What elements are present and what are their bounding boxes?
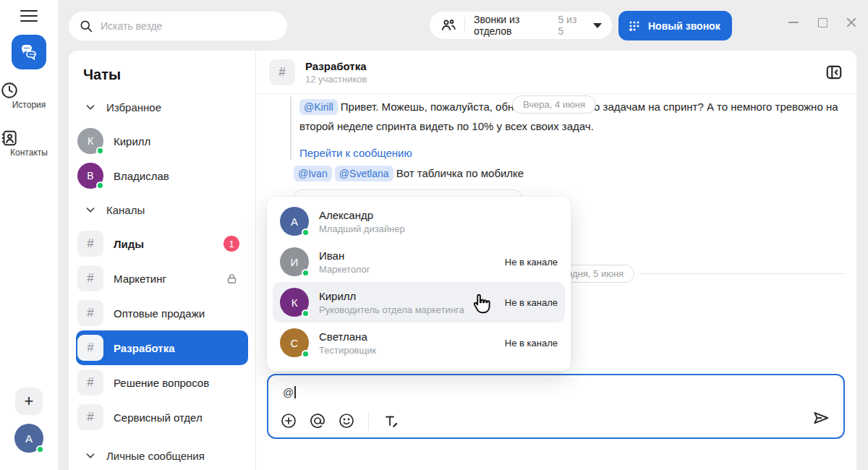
calls-dropdown-label: Звонки из отделов [474, 14, 558, 37]
mention-option-svetlana[interactable]: С Светлана Тестировщик Не в канале [273, 322, 565, 363]
chat-members-count: 12 участников [305, 74, 367, 85]
window-controls [788, 17, 856, 27]
collapse-panel-icon[interactable] [825, 63, 843, 82]
avatar-initial: A [25, 432, 33, 445]
plus-icon: + [25, 392, 34, 411]
unread-badge: 1 [224, 236, 239, 252]
user-avatar[interactable]: A [14, 424, 43, 453]
list-item-vladislav[interactable]: В Владислав [69, 158, 255, 193]
mention-chip[interactable]: @Kirill [299, 99, 338, 115]
hash-icon: # [77, 265, 103, 291]
chevron-down-icon [85, 450, 96, 461]
section-direct-messages[interactable]: Личные сообщения [69, 439, 255, 470]
section-channels[interactable]: Каналы [69, 193, 255, 226]
go-to-message-link[interactable]: Перейти к сообщению [299, 147, 412, 159]
message[interactable]: @Ivan @Svetlana Вот табличка по мобилке [294, 163, 524, 183]
composer-text: @ [283, 386, 294, 398]
contacts-book-icon [0, 129, 58, 148]
user-name: Александр [319, 209, 405, 221]
hash-icon: # [77, 300, 103, 326]
lock-icon [226, 273, 238, 285]
channel-name: Маркетинг [114, 273, 166, 285]
chevron-down-icon [85, 101, 96, 113]
attach-icon[interactable] [280, 412, 297, 430]
hash-icon: # [269, 59, 295, 85]
group-call-icon [440, 17, 457, 34]
divider [464, 17, 465, 33]
text-format-icon[interactable] [382, 412, 399, 430]
channel-name: Сервисный отдел [114, 411, 203, 424]
section-label: Избранное [106, 101, 161, 114]
rail-item-contacts[interactable]: Контакты [0, 129, 58, 158]
mention-autocomplete-popup: А Александр Младший дизайнер И Иван Марк… [267, 197, 571, 371]
avatar: В [77, 163, 103, 189]
channel-item-lidy[interactable]: # Лиды 1 [76, 226, 248, 261]
membership-status: Не в канале [505, 338, 558, 349]
avatar: А [280, 207, 309, 236]
avatar: К [280, 288, 309, 317]
user-name: Кирилл [319, 290, 464, 302]
menu-icon[interactable] [20, 10, 38, 23]
channel-name: Разработка [114, 342, 175, 354]
list-item-kirill[interactable]: К Кирилл [69, 124, 255, 158]
chat-title: Разработка [305, 60, 367, 72]
channel-name: Решение вопросов [114, 377, 209, 389]
app-rail: История Контакты + A [0, 0, 58, 470]
rail-item-chats[interactable] [12, 35, 46, 69]
channel-item-optovye[interactable]: # Оптовые продажи [76, 296, 248, 330]
new-call-label: Новый звонок [648, 20, 720, 32]
maximize-icon[interactable] [817, 17, 827, 27]
mention-option-ivan[interactable]: И Иван Маркетолог Не в канале [273, 242, 565, 282]
user-role: Руководитель отдела маркетинга [319, 304, 464, 315]
calls-dropdown[interactable]: Звонки из отделов 5 из 5 [429, 11, 613, 40]
text-caret [294, 386, 296, 398]
message-composer[interactable]: @ [267, 374, 845, 439]
chat-panel: # Разработка 12 участников @Kirill Приве… [255, 51, 856, 470]
mention-chip[interactable]: @Svetlana [335, 166, 393, 181]
channel-item-razrabotka[interactable]: # Разработка [76, 330, 248, 365]
composer-toolbar [280, 411, 399, 430]
minimize-icon[interactable] [788, 17, 799, 27]
emoji-icon[interactable] [338, 412, 355, 430]
online-status-dot [96, 147, 104, 155]
dots-grid-icon [627, 19, 642, 33]
avatar-initial: К [88, 135, 93, 147]
avatar-initial: В [87, 170, 93, 181]
mention-option-kirill[interactable]: К Кирилл Руководитель отдела маркетинга … [273, 282, 565, 322]
rail-item-label: Контакты [0, 148, 58, 158]
section-label: Личные сообщения [106, 450, 205, 462]
user-role: Маркетолог [319, 264, 370, 275]
channel-item-reshenie[interactable]: # Решение вопросов [76, 365, 248, 400]
avatar-initial: А [291, 215, 298, 228]
search-placeholder: Искать везде [101, 20, 162, 32]
composer-input[interactable]: @ [283, 386, 296, 398]
online-status-dot [302, 350, 310, 358]
avatar: К [77, 128, 103, 154]
channel-item-marketing[interactable]: # Маркетинг [76, 261, 248, 296]
divider [368, 411, 369, 430]
calls-count: 5 из 5 [558, 14, 584, 37]
avatar-initial: К [292, 296, 298, 309]
avatar: С [280, 328, 309, 357]
hash-icon: # [77, 404, 103, 430]
rail-item-history[interactable]: История [0, 81, 58, 110]
user-role: Тестировщик [319, 345, 376, 356]
channel-name: Оптовые продажи [114, 307, 205, 320]
send-icon[interactable] [812, 409, 830, 427]
message-body: Вот табличка по мобилке [396, 167, 524, 179]
chevron-down-icon [85, 204, 96, 215]
new-call-button[interactable]: Новый звонок [618, 11, 732, 40]
mention-icon[interactable] [309, 412, 326, 430]
chat-list-panel: Чаты Избранное К Кирилл В Владислав Кана… [69, 51, 255, 470]
search-input[interactable]: Искать везде [69, 12, 287, 40]
rail-item-label: История [0, 100, 58, 110]
channel-name: Лиды [114, 238, 144, 250]
avatar-initial: И [291, 256, 299, 268]
channel-item-servisny[interactable]: # Сервисный отдел [76, 400, 248, 435]
section-favorites[interactable]: Избранное [69, 90, 255, 124]
mention-option-alexandr[interactable]: А Александр Младший дизайнер [273, 201, 565, 242]
membership-status: Не в канале [505, 297, 558, 308]
close-icon[interactable] [846, 17, 856, 27]
mention-chip[interactable]: @Ivan [294, 166, 332, 181]
add-button[interactable]: + [15, 388, 43, 415]
